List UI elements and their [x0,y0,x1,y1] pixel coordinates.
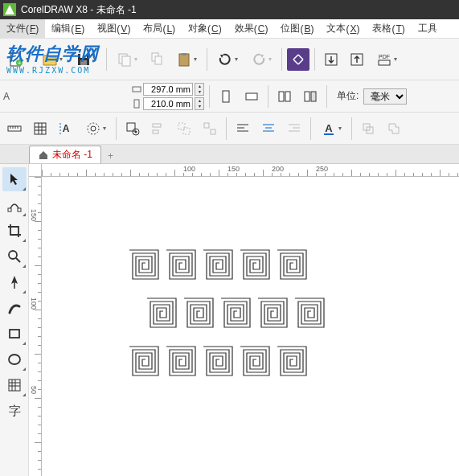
spiral-shape[interactable] [240,346,270,376]
zoom-tool[interactable] [2,244,27,269]
svg-rect-43 [178,123,185,129]
svg-text:字: 字 [8,404,20,417]
artistic-media-tool[interactable] [2,296,27,320]
svg-point-40 [135,130,137,133]
menu-object[interactable]: 对象(C) [182,19,228,39]
width-spinner[interactable]: ▴▾ [195,83,204,96]
landscape-button[interactable] [240,85,263,108]
undo-button[interactable] [212,48,243,71]
shape-tool[interactable] [2,193,27,217]
guides-button[interactable]: A [55,117,77,140]
menu-tools[interactable]: 工具 [412,19,444,39]
crop-tool[interactable] [2,219,27,243]
portrait-button[interactable] [215,85,237,108]
height-spinner[interactable]: ▴▾ [195,97,204,110]
svg-line-63 [16,258,20,262]
cut-button[interactable] [145,48,168,71]
freehand-tool[interactable] [2,270,27,294]
svg-rect-61 [18,208,21,211]
menu-text[interactable]: 文本(X) [320,19,366,39]
menu-bitmap[interactable]: 位图(B) [274,19,320,39]
combine-button[interactable] [357,117,379,140]
weld-button[interactable] [383,117,405,140]
svg-rect-23 [311,92,316,101]
doc-tab-1[interactable]: 未命名 -1 [29,146,101,163]
copy-button[interactable] [112,48,142,71]
spiral-shape[interactable] [220,298,251,328]
svg-rect-24 [8,126,21,131]
spiral-shape[interactable] [277,249,307,280]
svg-rect-60 [8,208,11,211]
ruler-corner[interactable] [29,164,42,177]
svg-text:PDF: PDF [379,54,390,60]
spiral-shape[interactable] [257,298,288,328]
redo-button[interactable] [246,48,277,71]
canvas[interactable] [42,177,459,476]
spiral-shape[interactable] [294,298,325,328]
pdf-button[interactable]: PDF [371,48,402,71]
polygon-tool[interactable] [2,373,27,397]
pages-current-button[interactable] [299,85,322,108]
pages-all-button[interactable] [273,85,296,108]
spiral-shape[interactable] [203,249,233,280]
svg-point-66 [9,355,20,364]
svg-text:A: A [325,122,333,134]
canvas-area[interactable]: 100150200250 15010050 [29,164,459,476]
spiral-shape[interactable] [129,249,159,280]
text-tool[interactable]: 字 [2,399,27,423]
svg-point-62 [9,251,17,259]
height-icon [132,99,141,109]
export-button[interactable] [346,48,368,71]
pick-tool[interactable] [2,167,27,191]
snap-button[interactable] [80,117,111,140]
paste-button[interactable] [171,48,202,71]
toolbox: 字 [0,164,29,476]
width-icon [132,84,141,94]
spiral-shape[interactable] [166,249,196,280]
ellipse-tool[interactable] [2,347,27,371]
menu-layout[interactable]: 布局(L) [137,19,182,39]
toolbar-2: A ▴▾ ▴▾ 单位: 毫米 [0,80,459,113]
workspace: 字 100150200250 15010050 [0,164,459,476]
text-format-button[interactable]: A [316,117,346,140]
ruler-vertical[interactable]: 15010050 [29,177,42,476]
menu-table[interactable]: 表格(T) [366,19,411,39]
unit-label: 单位: [337,89,359,103]
font-dropdown[interactable] [13,85,125,108]
spiral-shape[interactable] [203,346,233,376]
add-tab-button[interactable]: + [101,149,120,163]
unit-select[interactable]: 毫米 [363,88,407,105]
import-button[interactable] [320,48,342,71]
save-button[interactable] [71,48,101,71]
spiral-shape[interactable] [183,298,214,328]
menu-effects[interactable]: 效果(C) [228,19,275,39]
rectangle-tool[interactable] [2,322,27,346]
align-left-button[interactable] [147,117,170,140]
open-button[interactable] [37,48,68,71]
align-text-center[interactable] [257,117,280,140]
group-button[interactable] [173,117,195,140]
svg-rect-10 [179,54,189,66]
spiral-shape[interactable] [146,298,177,328]
new-button[interactable]: + [3,48,34,71]
spiral-shape[interactable] [166,346,196,376]
ruler-button[interactable] [3,117,26,140]
svg-rect-9 [155,56,162,64]
page-width-input[interactable] [143,83,193,96]
ruler-horizontal[interactable]: 100150200250 [42,164,459,177]
grid-button[interactable] [29,117,51,140]
ungroup-button[interactable] [199,117,221,140]
page-height-input[interactable] [143,97,193,110]
spiral-shape[interactable] [277,346,307,376]
menu-edit[interactable]: 编辑(E) [45,19,91,39]
search-button[interactable] [287,48,309,71]
svg-point-37 [88,123,99,134]
spiral-shape[interactable] [129,346,159,376]
align-text-left[interactable] [232,117,254,140]
svg-rect-17 [134,100,139,108]
options-button[interactable] [121,117,144,140]
menu-view[interactable]: 视图(V) [91,19,137,39]
spiral-shape[interactable] [240,249,270,280]
menu-file[interactable]: 文件(F) [0,19,45,39]
align-text-right[interactable] [283,117,305,140]
